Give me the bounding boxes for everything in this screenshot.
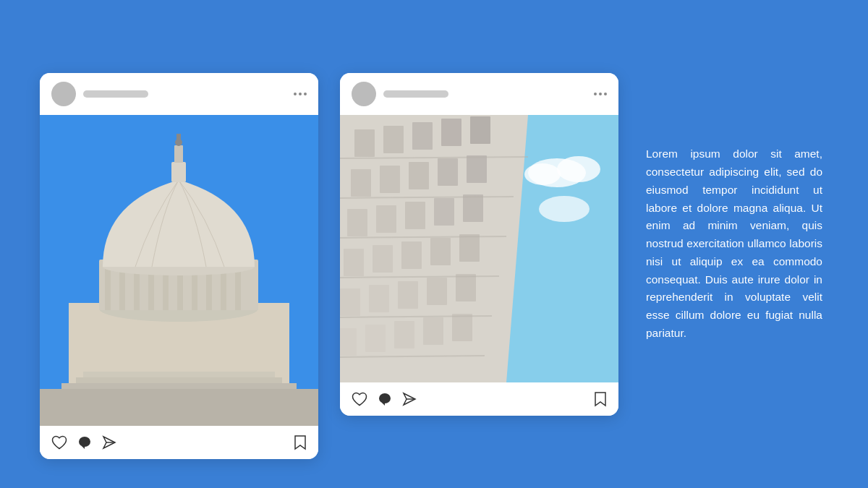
svg-rect-54 [369,285,389,312]
svg-rect-34 [383,126,404,153]
card-left-header [40,73,318,115]
card-left-image [40,115,318,426]
svg-rect-46 [434,198,454,226]
svg-rect-55 [398,281,418,309]
svg-rect-49 [373,245,393,273]
svg-point-31 [539,196,590,222]
svg-rect-47 [463,194,483,222]
text-panel: Lorem ipsum dolor sit amet, consectetur … [640,145,828,343]
svg-point-30 [524,163,561,185]
comment-button-right[interactable] [378,392,392,406]
svg-rect-44 [376,205,396,233]
svg-rect-39 [380,166,400,193]
svg-rect-60 [394,321,414,348]
svg-rect-57 [456,274,476,301]
svg-rect-58 [340,328,357,356]
svg-rect-59 [365,325,386,352]
svg-rect-53 [340,288,360,316]
like-button-right[interactable] [352,392,367,406]
card-right-header [340,73,618,115]
card-left [40,73,318,459]
svg-rect-56 [427,278,447,305]
dot1 [294,93,297,95]
svg-rect-40 [409,162,429,189]
dot2 [299,93,302,95]
card-right-image [340,115,618,382]
svg-rect-35 [412,122,433,150]
svg-rect-50 [401,241,422,269]
svg-rect-42 [467,155,487,183]
avatar-left [51,82,76,106]
svg-rect-52 [459,234,480,262]
svg-marker-24 [82,446,85,449]
save-button-left[interactable] [294,435,307,450]
svg-marker-70 [382,403,385,406]
svg-rect-18 [176,134,181,144]
dot5 [599,93,602,95]
svg-rect-48 [344,249,364,276]
svg-rect-38 [351,169,371,197]
dots-menu-right[interactable] [594,93,607,95]
svg-rect-22 [40,389,318,426]
footer-icons-left-card2 [352,392,417,406]
svg-rect-43 [347,209,367,236]
comment-button-left[interactable] [77,435,92,450]
share-button-right[interactable] [402,392,417,406]
svg-rect-41 [438,158,458,186]
svg-point-69 [379,393,391,403]
main-layout: Lorem ipsum dolor sit amet, consectetur … [22,20,846,468]
username-bar-left [83,90,148,98]
svg-rect-45 [405,202,425,229]
svg-rect-16 [174,145,183,163]
svg-rect-36 [441,119,461,146]
share-button-left[interactable] [102,435,116,450]
svg-rect-61 [423,317,443,345]
footer-icons-left-card1 [51,435,116,450]
svg-rect-62 [452,314,472,341]
save-button-right[interactable] [594,391,607,407]
like-button-left[interactable] [51,435,67,450]
card-right [340,73,618,416]
svg-point-29 [557,156,600,182]
dot3 [304,93,307,95]
username-bar-right [383,90,448,98]
card-left-header-left [51,82,148,106]
dot4 [594,93,597,95]
svg-rect-33 [354,129,375,157]
dots-menu-left[interactable] [294,93,307,95]
svg-point-23 [79,437,90,447]
avatar-right [352,82,376,106]
svg-rect-37 [470,116,490,144]
dot6 [604,93,607,95]
lorem-ipsum-text: Lorem ipsum dolor sit amet, consectetur … [646,145,822,343]
svg-rect-15 [171,162,186,182]
svg-rect-51 [430,238,451,265]
card-left-footer [40,426,318,459]
card-right-header-left [352,82,448,106]
card-right-footer [340,382,618,416]
